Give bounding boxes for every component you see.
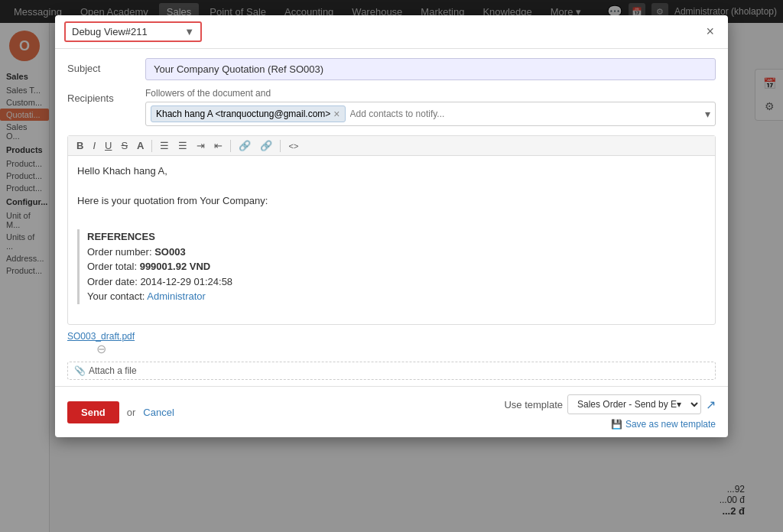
paperclip-icon: 📎 [74, 365, 86, 376]
template-area: Use template Sales Order - Send by E▾ ↗ … [504, 394, 716, 430]
toolbar-indent[interactable]: ⇥ [193, 138, 209, 153]
order-total-row: Order total: 999001.92 VND [87, 259, 706, 274]
toolbar-unlink[interactable]: 🔗 [256, 138, 276, 153]
or-text: or [127, 407, 136, 418]
references-title: REFERENCES [87, 229, 706, 245]
modal-footer: Send or Cancel Use template Sales Order … [55, 386, 728, 437]
recipients-value: Followers of the document and Khach hang… [145, 88, 716, 126]
save-template-label: Save as new template [625, 419, 716, 430]
save-icon: 💾 [611, 419, 622, 430]
recipients-row: Recipients Followers of the document and… [67, 88, 716, 126]
editor-container: B I U S A ☰ ☰ ⇥ ⇤ 🔗 🔗 <> Hello Khach han… [67, 135, 716, 325]
recipient-tag-label: Khach hang A <tranquoctung@gmail.com> [156, 109, 330, 119]
references-block: REFERENCES Order number: SO003 Order tot… [77, 229, 706, 304]
remove-recipient-icon[interactable]: × [333, 108, 340, 120]
editor-toolbar: B I U S A ☰ ☰ ⇥ ⇤ 🔗 🔗 <> [68, 136, 715, 156]
toolbar-underline[interactable]: U [101, 138, 115, 153]
editor-greeting: Hello Khach hang A, [77, 164, 706, 179]
toolbar-strikethrough[interactable]: S [117, 138, 132, 153]
toolbar-code[interactable]: <> [284, 140, 302, 152]
toolbar-bold[interactable]: B [73, 138, 87, 153]
email-compose-modal: Debug View#211 ▼ × Subject Recipients Fo… [55, 15, 728, 437]
template-select[interactable]: Sales Order - Send by E▾ [567, 394, 701, 414]
modal-overlay: Debug View#211 ▼ × Subject Recipients Fo… [0, 0, 783, 532]
template-row: Use template Sales Order - Send by E▾ ↗ [504, 394, 716, 414]
share-template-button[interactable]: ↗ [706, 397, 716, 412]
editor-intro: Here is your quotation from Your Company… [77, 193, 706, 209]
contact-link[interactable]: Administrator [147, 290, 206, 302]
toolbar-outdent[interactable]: ⇤ [210, 138, 226, 153]
recipients-dropdown-icon[interactable]: ▾ [705, 108, 710, 120]
attach-file-label: Attach a file [89, 365, 137, 376]
recipients-label: Recipients [67, 88, 136, 104]
toolbar-italic[interactable]: I [89, 138, 99, 153]
order-number-row: Order number: SO003 [87, 245, 706, 260]
contact-row: Your contact: Administrator [87, 289, 706, 304]
modal-close-button[interactable]: × [701, 22, 719, 41]
debug-view-dropdown[interactable]: Debug View#211 ▼ [64, 21, 202, 42]
toolbar-separator-3 [280, 140, 281, 152]
toolbar-separator-1 [151, 140, 152, 152]
toolbar-separator-2 [230, 140, 231, 152]
toolbar-ul[interactable]: ☰ [156, 138, 173, 153]
order-date-row: Order date: 2014-12-29 01:24:58 [87, 274, 706, 290]
modal-header: Debug View#211 ▼ × [55, 15, 728, 49]
attachment-item: SO003_draft.pdf ⊖ [67, 331, 135, 355]
recipient-tag: Khach hang A <tranquoctung@gmail.com> × [151, 105, 346, 122]
attachment-filename[interactable]: SO003_draft.pdf [67, 331, 135, 342]
toolbar-link[interactable]: 🔗 [235, 138, 255, 153]
add-contact-input[interactable] [350, 109, 700, 119]
recipients-wrapper: Followers of the document and Khach hang… [145, 88, 716, 126]
toolbar-ol[interactable]: ☰ [174, 138, 191, 153]
editor-body[interactable]: Hello Khach hang A, Here is your quotati… [68, 156, 715, 324]
subject-value [145, 58, 716, 80]
attachment-area: SO003_draft.pdf ⊖ [67, 331, 716, 355]
debug-view-label: Debug View#211 [72, 26, 148, 37]
subject-row: Subject [67, 58, 716, 80]
followers-text: Followers of the document and [145, 88, 716, 99]
cancel-link[interactable]: Cancel [143, 407, 174, 418]
use-template-label: Use template [504, 399, 563, 410]
save-template-button[interactable]: 💾 Save as new template [611, 419, 716, 430]
send-button[interactable]: Send [67, 401, 119, 423]
remove-attachment-icon[interactable]: ⊖ [96, 343, 106, 355]
subject-label: Subject [67, 58, 136, 74]
recipients-tags-input[interactable]: Khach hang A <tranquoctung@gmail.com> × … [145, 102, 716, 126]
toolbar-fontsize[interactable]: A [133, 138, 148, 153]
subject-input[interactable] [145, 58, 716, 80]
attach-file-button[interactable]: 📎 Attach a file [67, 362, 716, 380]
chevron-down-icon: ▼ [184, 26, 194, 37]
form-area: Subject Recipients Followers of the docu… [55, 49, 728, 135]
